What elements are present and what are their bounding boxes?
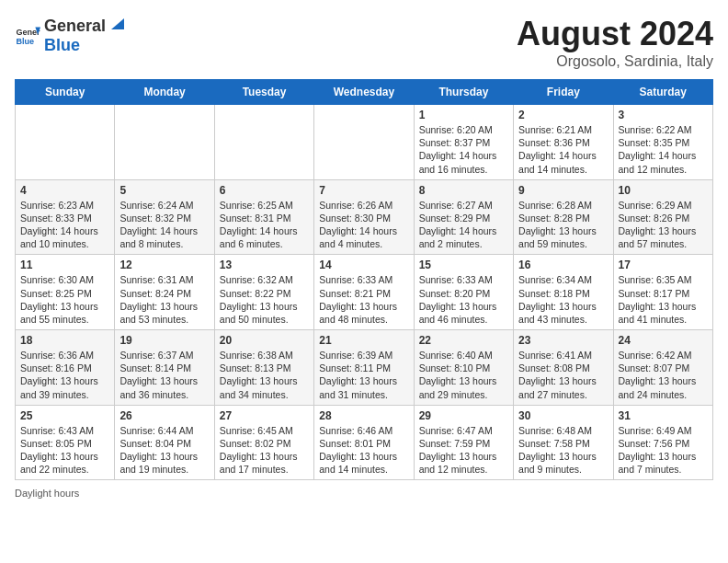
day-number: 27	[220, 409, 309, 422]
calendar-cell: 9Sunrise: 6:28 AMSunset: 8:28 PMDaylight…	[514, 179, 613, 255]
calendar-cell: 24Sunrise: 6:42 AMSunset: 8:07 PMDayligh…	[613, 330, 712, 406]
day-info: Sunrise: 6:44 AMSunset: 8:04 PMDaylight:…	[119, 424, 209, 477]
calendar-cell: 5Sunrise: 6:24 AMSunset: 8:32 PMDaylight…	[115, 179, 214, 255]
calendar-cell: 8Sunrise: 6:27 AMSunset: 8:29 PMDaylight…	[414, 179, 513, 255]
calendar-cell: 13Sunrise: 6:32 AMSunset: 8:22 PMDayligh…	[214, 255, 313, 330]
day-number: 3	[619, 109, 708, 121]
calendar-cell: 7Sunrise: 6:26 AMSunset: 8:30 PMDaylight…	[314, 179, 414, 255]
header-row: SundayMondayTuesdayWednesdayThursdayFrid…	[16, 80, 713, 105]
calendar-cell: 20Sunrise: 6:38 AMSunset: 8:13 PMDayligh…	[214, 330, 313, 406]
day-number: 20	[220, 334, 309, 347]
calendar-cell: 22Sunrise: 6:40 AMSunset: 8:10 PMDayligh…	[414, 330, 513, 406]
calendar-cell	[314, 105, 414, 180]
calendar-cell: 17Sunrise: 6:35 AMSunset: 8:17 PMDayligh…	[613, 255, 712, 330]
calendar-cell: 28Sunrise: 6:46 AMSunset: 8:01 PMDayligh…	[314, 405, 414, 480]
day-info: Sunrise: 6:36 AMSunset: 8:16 PMDaylight:…	[20, 349, 109, 401]
day-info: Sunrise: 6:48 AMSunset: 7:58 PMDaylight:…	[518, 424, 608, 477]
day-number: 5	[119, 184, 209, 197]
calendar-cell: 1Sunrise: 6:20 AMSunset: 8:37 PMDaylight…	[414, 105, 513, 180]
day-info: Sunrise: 6:23 AMSunset: 8:33 PMDaylight:…	[20, 199, 109, 251]
calendar-cell: 26Sunrise: 6:44 AMSunset: 8:04 PMDayligh…	[115, 405, 214, 480]
day-info: Sunrise: 6:33 AMSunset: 8:20 PMDaylight:…	[419, 273, 508, 326]
calendar-cell: 19Sunrise: 6:37 AMSunset: 8:14 PMDayligh…	[115, 330, 214, 406]
day-number: 6	[220, 184, 309, 197]
calendar-table: SundayMondayTuesdayWednesdayThursdayFrid…	[15, 79, 713, 480]
calendar-cell: 3Sunrise: 6:22 AMSunset: 8:35 PMDaylight…	[613, 105, 712, 180]
day-number: 16	[518, 259, 608, 271]
svg-marker-3	[111, 18, 124, 29]
day-info: Sunrise: 6:38 AMSunset: 8:13 PMDaylight:…	[220, 349, 309, 401]
day-info: Sunrise: 6:45 AMSunset: 8:02 PMDaylight:…	[220, 424, 309, 477]
day-info: Sunrise: 6:28 AMSunset: 8:28 PMDaylight:…	[518, 199, 608, 251]
day-of-week-header: Monday	[115, 80, 214, 105]
day-info: Sunrise: 6:22 AMSunset: 8:35 PMDaylight:…	[619, 123, 708, 176]
calendar-week-row: 1Sunrise: 6:20 AMSunset: 8:37 PMDaylight…	[16, 105, 713, 180]
day-info: Sunrise: 6:42 AMSunset: 8:07 PMDaylight:…	[619, 349, 708, 401]
day-number: 19	[119, 334, 209, 347]
day-number: 29	[419, 409, 508, 422]
day-info: Sunrise: 6:47 AMSunset: 7:59 PMDaylight:…	[419, 424, 508, 477]
day-number: 18	[20, 334, 109, 347]
day-number: 17	[619, 259, 708, 271]
day-number: 8	[419, 184, 508, 197]
day-info: Sunrise: 6:35 AMSunset: 8:17 PMDaylight:…	[619, 273, 708, 326]
calendar-cell: 12Sunrise: 6:31 AMSunset: 8:24 PMDayligh…	[115, 255, 214, 330]
day-number: 15	[419, 259, 508, 271]
calendar-cell: 27Sunrise: 6:45 AMSunset: 8:02 PMDayligh…	[214, 405, 313, 480]
day-number: 28	[319, 409, 408, 422]
svg-text:Blue: Blue	[16, 37, 34, 46]
day-number: 7	[319, 184, 408, 197]
day-number: 14	[319, 259, 408, 271]
day-of-week-header: Thursday	[414, 80, 513, 105]
day-info: Sunrise: 6:32 AMSunset: 8:22 PMDaylight:…	[220, 273, 309, 326]
day-info: Sunrise: 6:26 AMSunset: 8:30 PMDaylight:…	[319, 199, 408, 251]
calendar-cell: 29Sunrise: 6:47 AMSunset: 7:59 PMDayligh…	[414, 405, 513, 480]
day-number: 2	[518, 109, 608, 121]
logo-triangle-icon	[108, 15, 124, 31]
day-info: Sunrise: 6:30 AMSunset: 8:25 PMDaylight:…	[20, 273, 109, 326]
calendar-cell: 18Sunrise: 6:36 AMSunset: 8:16 PMDayligh…	[16, 330, 115, 406]
calendar-body: 1Sunrise: 6:20 AMSunset: 8:37 PMDaylight…	[16, 105, 713, 480]
day-number: 11	[20, 259, 109, 271]
day-number: 21	[319, 334, 408, 347]
day-of-week-header: Friday	[514, 80, 613, 105]
day-info: Sunrise: 6:31 AMSunset: 8:24 PMDaylight:…	[119, 273, 209, 326]
day-of-week-header: Sunday	[16, 80, 115, 105]
calendar-cell: 10Sunrise: 6:29 AMSunset: 8:26 PMDayligh…	[613, 179, 712, 255]
day-number: 22	[419, 334, 508, 347]
day-info: Sunrise: 6:41 AMSunset: 8:08 PMDaylight:…	[518, 349, 608, 401]
calendar-cell: 21Sunrise: 6:39 AMSunset: 8:11 PMDayligh…	[314, 330, 414, 406]
day-info: Sunrise: 6:21 AMSunset: 8:36 PMDaylight:…	[518, 123, 608, 176]
day-of-week-header: Wednesday	[314, 80, 414, 105]
day-number: 26	[119, 409, 209, 422]
calendar-cell: 31Sunrise: 6:49 AMSunset: 7:56 PMDayligh…	[613, 405, 712, 480]
day-number: 9	[518, 184, 608, 197]
calendar-cell	[214, 105, 313, 180]
calendar-header: SundayMondayTuesdayWednesdayThursdayFrid…	[16, 80, 713, 105]
calendar-cell: 11Sunrise: 6:30 AMSunset: 8:25 PMDayligh…	[16, 255, 115, 330]
day-info: Sunrise: 6:29 AMSunset: 8:26 PMDaylight:…	[619, 199, 708, 251]
day-of-week-header: Tuesday	[214, 80, 313, 105]
calendar-cell: 15Sunrise: 6:33 AMSunset: 8:20 PMDayligh…	[414, 255, 513, 330]
day-number: 25	[20, 409, 109, 422]
day-number: 31	[619, 409, 708, 422]
day-info: Sunrise: 6:20 AMSunset: 8:37 PMDaylight:…	[419, 123, 508, 176]
logo: General Blue General Blue	[15, 15, 124, 55]
calendar-cell: 23Sunrise: 6:41 AMSunset: 8:08 PMDayligh…	[514, 330, 613, 406]
logo-blue-text: Blue	[44, 36, 80, 54]
logo-icon: General Blue	[15, 22, 40, 48]
day-number: 24	[619, 334, 708, 347]
calendar-cell: 4Sunrise: 6:23 AMSunset: 8:33 PMDaylight…	[16, 179, 115, 255]
day-info: Sunrise: 6:25 AMSunset: 8:31 PMDaylight:…	[220, 199, 309, 251]
day-of-week-header: Saturday	[613, 80, 712, 105]
calendar-cell	[115, 105, 214, 180]
calendar-cell	[16, 105, 115, 180]
subtitle: Orgosolo, Sardinia, Italy	[517, 53, 713, 70]
day-info: Sunrise: 6:27 AMSunset: 8:29 PMDaylight:…	[419, 199, 508, 251]
footer-note: Daylight hours	[15, 488, 713, 499]
day-number: 1	[419, 109, 508, 121]
day-info: Sunrise: 6:46 AMSunset: 8:01 PMDaylight:…	[319, 424, 408, 477]
day-info: Sunrise: 6:34 AMSunset: 8:18 PMDaylight:…	[518, 273, 608, 326]
calendar-week-row: 4Sunrise: 6:23 AMSunset: 8:33 PMDaylight…	[16, 179, 713, 255]
day-info: Sunrise: 6:43 AMSunset: 8:05 PMDaylight:…	[20, 424, 109, 477]
